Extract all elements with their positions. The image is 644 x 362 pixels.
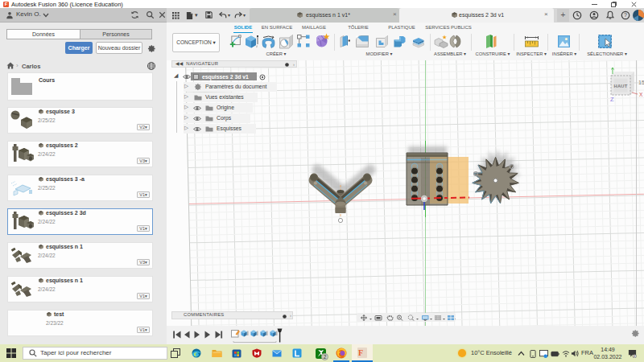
svg-text:X: X: [639, 92, 643, 97]
svg-text:HAUT: HAUT: [614, 84, 628, 88]
svg-text:?: ?: [624, 12, 627, 18]
svg-text:Z: Z: [610, 96, 614, 103]
